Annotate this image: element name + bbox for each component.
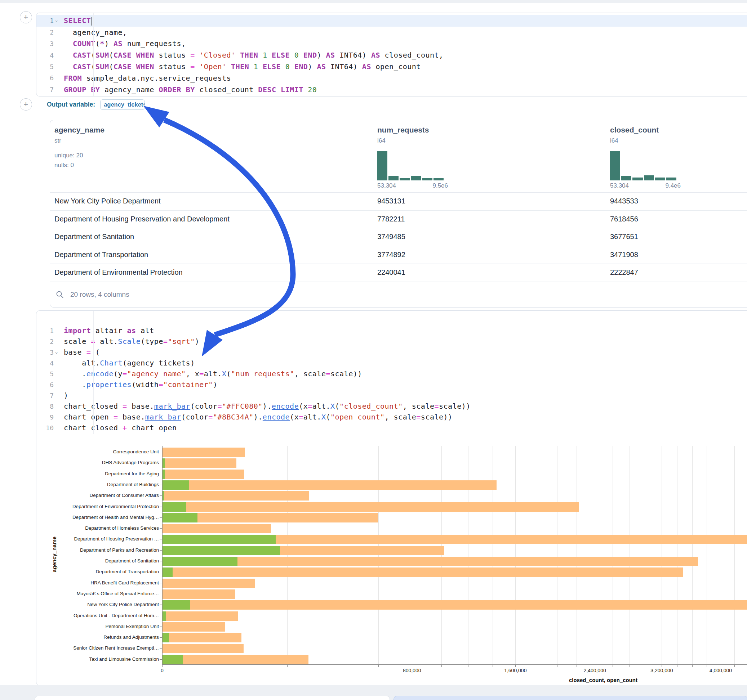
gutter-divider bbox=[93, 311, 94, 434]
y-axis-label: Department of Buildings bbox=[15, 482, 159, 487]
y-axis-tick bbox=[160, 539, 162, 539]
closed-count-bar bbox=[163, 469, 244, 479]
python-code-editor[interactable]: 1import altair as alt2scale = alt.Scale(… bbox=[36, 325, 747, 433]
column-dtype: i64 bbox=[377, 137, 386, 144]
code-text: CAST(SUM(CASE WHEN status = 'Closed' THE… bbox=[59, 51, 444, 59]
x-axis-label: 3,200,000 bbox=[637, 668, 687, 673]
open-count-bar bbox=[163, 535, 276, 544]
table-row[interactable]: Department of Transportation377489234719… bbox=[50, 246, 747, 264]
next-cell-edge[interactable] bbox=[35, 695, 390, 700]
closed-count-bar bbox=[163, 480, 496, 490]
y-axis-label: Senior Citizen Rent Increase Exempti… bbox=[15, 645, 159, 651]
add-block-button-middle[interactable]: + bbox=[20, 98, 32, 110]
code-line[interactable]: 5 CAST(SUM(CASE WHEN status = 'Open' THE… bbox=[36, 61, 747, 72]
open-count-bar bbox=[163, 513, 198, 522]
code-line[interactable]: 9chart_open = base.mark_bar(color="#8BC3… bbox=[36, 412, 747, 422]
code-line[interactable]: 6FROM sample_data.nyc.service_requests bbox=[36, 72, 747, 84]
closed-count-bar bbox=[163, 622, 225, 632]
code-line[interactable]: 7GROUP BY agency_name ORDER BY closed_co… bbox=[36, 84, 747, 95]
chart-x-axis-title: closed_count, open_count bbox=[531, 677, 675, 683]
x-axis-label: 4,000,000 bbox=[696, 668, 746, 673]
plus-icon: + bbox=[24, 100, 29, 109]
code-line[interactable]: 3 COUNT(*) AS num_requests, bbox=[36, 38, 747, 50]
output-variable-pill[interactable]: agency_tickets bbox=[100, 100, 145, 110]
gridline bbox=[412, 446, 412, 665]
histogram-bar bbox=[644, 175, 654, 180]
code-text: SELECT bbox=[59, 16, 92, 26]
gridline bbox=[537, 446, 537, 665]
closed-count-bar bbox=[163, 611, 238, 621]
next-cell-selected-edge[interactable] bbox=[393, 695, 747, 700]
y-axis-tick bbox=[160, 626, 162, 627]
plus-icon: + bbox=[24, 13, 29, 22]
table-row[interactable]: Department of Housing Preservation and D… bbox=[50, 210, 747, 229]
open-count-bar bbox=[163, 459, 165, 468]
gridline bbox=[576, 446, 577, 665]
search-icon[interactable] bbox=[56, 291, 64, 299]
line-number: 5 bbox=[36, 370, 54, 378]
code-line[interactable]: 4 alt.Chart(agency_tickets) bbox=[36, 358, 747, 368]
y-axis-tick bbox=[160, 659, 162, 660]
closed-count-bar bbox=[163, 448, 245, 457]
code-line[interactable]: 1⌄SELECT bbox=[36, 15, 747, 27]
x-axis-tick bbox=[493, 665, 493, 667]
x-axis-tick bbox=[378, 665, 379, 667]
column-dtype: str bbox=[54, 137, 61, 144]
code-line[interactable]: 4 CAST(SUM(CASE WHEN status = 'Closed' T… bbox=[36, 49, 747, 61]
y-axis-tick bbox=[160, 616, 162, 616]
line-number: 1 bbox=[36, 327, 54, 335]
y-axis-label: Department of Consumer Affairs bbox=[15, 493, 159, 498]
line-number: 7 bbox=[36, 86, 54, 93]
code-line[interactable]: 7) bbox=[36, 390, 747, 401]
gridline bbox=[629, 446, 630, 665]
y-axis-label: Department of Housing Preservation … bbox=[15, 536, 159, 542]
code-line[interactable]: 10chart_closed + chart_open bbox=[36, 422, 747, 433]
column-histogram bbox=[610, 151, 676, 180]
sql-code-editor[interactable]: 1⌄SELECT2 agency_name,3 COUNT(*) AS num_… bbox=[36, 15, 747, 95]
table-row[interactable]: New York City Police Department945313194… bbox=[50, 192, 747, 211]
open-count-bar bbox=[163, 546, 280, 555]
gridline bbox=[677, 446, 677, 665]
sql-cell[interactable]: 1⌄SELECT2 agency_name,3 COUNT(*) AS num_… bbox=[36, 13, 747, 97]
table-cell: Department of Sanitation bbox=[54, 232, 134, 241]
table-cell: 2240041 bbox=[377, 268, 405, 276]
code-line[interactable]: 1import altair as alt bbox=[36, 325, 747, 336]
code-line[interactable]: 3⌄base = ( bbox=[36, 347, 747, 358]
code-line[interactable]: 5 .encode(y="agency_name", x=alt.X("num_… bbox=[36, 368, 747, 379]
table-row[interactable]: Department of Environmental Protection22… bbox=[50, 264, 747, 282]
y-axis-label: Correspondence Unit bbox=[15, 449, 159, 454]
x-axis-tick bbox=[412, 665, 412, 667]
histogram-bar bbox=[400, 178, 410, 180]
closed-count-bar bbox=[163, 600, 747, 609]
chevron-down-icon[interactable]: ⌄ bbox=[54, 17, 59, 23]
chevron-down-icon[interactable]: ⌄ bbox=[54, 349, 59, 355]
table-cell: 3677651 bbox=[610, 232, 638, 241]
y-axis-label: Personal Exemption Unit bbox=[15, 624, 159, 629]
histogram-bar bbox=[389, 176, 399, 180]
column-name: num_requests bbox=[377, 126, 429, 134]
code-line[interactable]: 2scale = alt.Scale(type="sqrt") bbox=[36, 336, 747, 347]
code-line[interactable]: 8chart_closed = base.mark_bar(color="#FF… bbox=[36, 401, 747, 412]
line-number: 1 bbox=[36, 17, 54, 24]
code-line[interactable]: 2 agency_name, bbox=[36, 27, 747, 38]
y-axis-tick bbox=[160, 452, 162, 452]
table-row[interactable]: Department of Sanitation37494853677651 bbox=[50, 228, 747, 246]
code-text: chart_open = base.mark_bar(color="#8BC34… bbox=[59, 413, 452, 421]
closed-count-bar bbox=[163, 557, 698, 566]
y-axis-tick bbox=[160, 637, 162, 638]
histogram-bar bbox=[655, 178, 665, 180]
table-cell: Department of Environmental Protection bbox=[54, 268, 183, 276]
y-axis-tick bbox=[160, 485, 162, 485]
y-axis-tick bbox=[160, 572, 162, 572]
x-axis-label: 800,000 bbox=[387, 668, 437, 673]
closed-count-bar bbox=[163, 502, 579, 512]
code-text: chart_closed = base.mark_bar(color="#FFC… bbox=[59, 402, 470, 410]
y-axis-label: Department of Environmental Protection bbox=[15, 504, 159, 509]
add-block-button-top[interactable]: + bbox=[20, 11, 32, 23]
open-count-bar bbox=[163, 491, 164, 501]
table-cell: Department of Transportation bbox=[54, 250, 148, 259]
y-axis-tick bbox=[160, 517, 162, 518]
y-axis-tick bbox=[160, 495, 162, 496]
code-line[interactable]: 6 .properties(width="container") bbox=[36, 379, 747, 390]
y-axis-label: New York City Police Department bbox=[15, 602, 159, 607]
